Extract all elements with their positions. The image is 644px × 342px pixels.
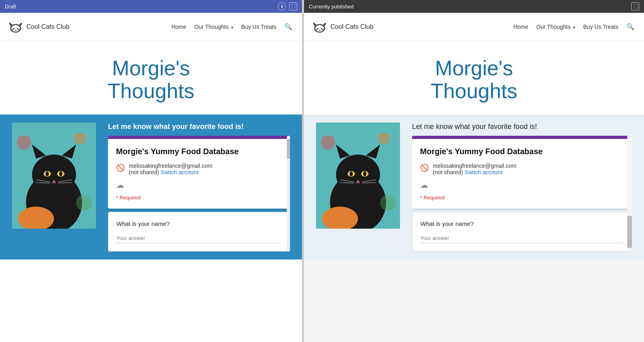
cloud-icon-left: ☁ [116, 180, 124, 190]
right-cat-image [316, 123, 400, 229]
expand-icon-right[interactable]: ⛶ [631, 2, 639, 10]
left-hero-title: Morgie's Thoughts [8, 57, 294, 103]
left-scrollbar-track[interactable] [287, 136, 290, 251]
thoughts-dropdown-arrow-right: ▾ [573, 25, 575, 30]
expand-icon-left[interactable]: ⛶ [289, 2, 297, 10]
cat-logo-right [312, 19, 327, 34]
svg-point-1 [13, 28, 14, 29]
right-form-prompt: Let me know what your favorite food is! [412, 123, 632, 131]
cat-photo-right [316, 123, 400, 229]
left-brand[interactable]: Cool Cats Club [8, 19, 70, 34]
left-form-scroll[interactable]: Morgie's Yummy Food Database 🚫 melissaki… [108, 136, 290, 251]
left-form-area: Let me know what your favorite food is! … [108, 123, 290, 251]
right-nav-home[interactable]: Home [513, 24, 528, 30]
right-answer-input[interactable] [420, 233, 624, 243]
right-form-card-body: Morgie's Yummy Food Database 🚫 melissaki… [412, 139, 632, 209]
right-question-card: What is your name? [412, 212, 632, 251]
right-form-scroll[interactable]: Morgie's Yummy Food Database 🚫 melissaki… [412, 136, 632, 251]
svg-point-39 [350, 171, 353, 176]
right-question-label: What is your name? [420, 220, 624, 227]
right-cloud-row: ☁ [420, 180, 624, 190]
svg-line-28 [315, 29, 318, 29]
left-form-card: Morgie's Yummy Food Database 🚫 melissaki… [108, 136, 290, 209]
left-brand-name: Cool Cats Club [26, 23, 70, 30]
top-bar-draft: Draft ℹ ⛶ [0, 0, 302, 13]
right-nav-thoughts[interactable]: Our Thoughts ▾ [536, 24, 575, 30]
right-navbar-links: Home Our Thoughts ▾ Buy Us Treats [513, 24, 618, 30]
draft-label: Draft [5, 4, 16, 10]
right-form-area: Let me know what your favorite food is! … [412, 123, 632, 251]
panels-container: Cool Cats Club Home Our Thoughts ▾ Buy U… [0, 13, 644, 342]
info-icon[interactable]: ℹ [278, 2, 286, 10]
right-nav-treats[interactable]: Buy Us Treats [583, 24, 618, 30]
panel-divider [302, 0, 304, 342]
right-hero: Morgie's Thoughts [304, 41, 644, 115]
left-cat-image [12, 123, 96, 229]
right-form-title: Morgie's Yummy Food Database [420, 147, 624, 156]
svg-point-26 [317, 28, 318, 29]
right-scrollbar-track[interactable] [627, 136, 632, 251]
svg-point-15 [59, 171, 62, 176]
left-navbar: Cool Cats Club Home Our Thoughts ▾ Buy U… [0, 13, 302, 41]
cloud-icon-right: ☁ [420, 180, 428, 190]
eye-off-icon-left: 🚫 [116, 163, 125, 172]
left-nav-thoughts[interactable]: Our Thoughts ▾ [194, 24, 233, 30]
right-account-text: melissakingfreelance@gmail.com (not shar… [433, 163, 516, 175]
right-brand-name: Cool Cats Club [330, 23, 374, 30]
left-answer-input[interactable] [116, 233, 282, 243]
svg-point-40 [363, 171, 366, 176]
eye-off-icon-right: 🚫 [420, 163, 429, 172]
right-account-row: 🚫 melissakingfreelance@gmail.com (not sh… [420, 163, 624, 175]
svg-line-5 [18, 29, 20, 29]
right-search-button[interactable]: 🔍 [625, 21, 636, 32]
draft-icons: ℹ ⛶ [278, 2, 297, 10]
right-panel: Cool Cats Club Home Our Thoughts ▾ Buy U… [304, 13, 644, 342]
svg-line-3 [11, 29, 14, 29]
left-form-card-body: Morgie's Yummy Food Database 🚫 melissaki… [108, 139, 290, 209]
left-switch-account[interactable]: Switch account [160, 169, 198, 175]
svg-point-24 [76, 195, 92, 211]
right-brand[interactable]: Cool Cats Club [312, 19, 374, 34]
left-account-text: melissakingfreelance@gmail.com (not shar… [129, 163, 212, 175]
right-required-text: * Required [420, 195, 624, 201]
svg-point-9 [32, 155, 76, 195]
left-required-text: * Required [116, 195, 282, 201]
right-form-card: Morgie's Yummy Food Database 🚫 melissaki… [412, 136, 632, 209]
right-content-section: Let me know what your favorite food is! … [304, 115, 644, 260]
svg-point-0 [11, 24, 21, 32]
svg-point-25 [315, 24, 325, 32]
left-content-section: Let me know what your favorite food is! … [0, 115, 302, 260]
right-scrollbar-thumb [627, 216, 632, 248]
left-scrollbar-thumb [287, 139, 290, 159]
left-nav-treats[interactable]: Buy Us Treats [241, 24, 276, 30]
left-panel: Cool Cats Club Home Our Thoughts ▾ Buy U… [0, 13, 302, 342]
left-nav-home[interactable]: Home [171, 24, 186, 30]
left-search-button[interactable]: 🔍 [283, 21, 294, 32]
left-form-title: Morgie's Yummy Food Database [116, 147, 282, 156]
right-form-card-header [412, 136, 632, 139]
svg-point-14 [46, 171, 49, 176]
top-bar-published: Currently published ⛶ [304, 0, 644, 13]
left-cloud-row: ☁ [116, 180, 282, 190]
published-icons: ⛶ [631, 2, 639, 10]
published-label: Currently published [309, 4, 354, 10]
left-navbar-links: Home Our Thoughts ▾ Buy Us Treats [171, 24, 276, 30]
svg-point-47 [321, 135, 335, 150]
svg-point-34 [336, 155, 380, 195]
svg-point-22 [17, 135, 31, 150]
left-account-row: 🚫 melissakingfreelance@gmail.com (not sh… [116, 163, 282, 175]
svg-point-48 [378, 133, 390, 145]
svg-point-23 [74, 133, 86, 145]
left-question-label: What is your name? [116, 220, 282, 227]
left-form-card-header [108, 136, 290, 139]
cat-logo-left [8, 19, 23, 34]
left-question-card: What is your name? [108, 212, 290, 251]
svg-point-49 [380, 195, 396, 211]
cat-photo-left [12, 123, 96, 229]
left-hero: Morgie's Thoughts [0, 41, 302, 115]
right-navbar: Cool Cats Club Home Our Thoughts ▾ Buy U… [304, 13, 644, 41]
right-switch-account[interactable]: Switch account [464, 169, 502, 175]
left-form-prompt: Let me know what your favorite food is! [108, 123, 290, 131]
svg-point-2 [17, 28, 18, 29]
svg-line-30 [322, 29, 324, 29]
